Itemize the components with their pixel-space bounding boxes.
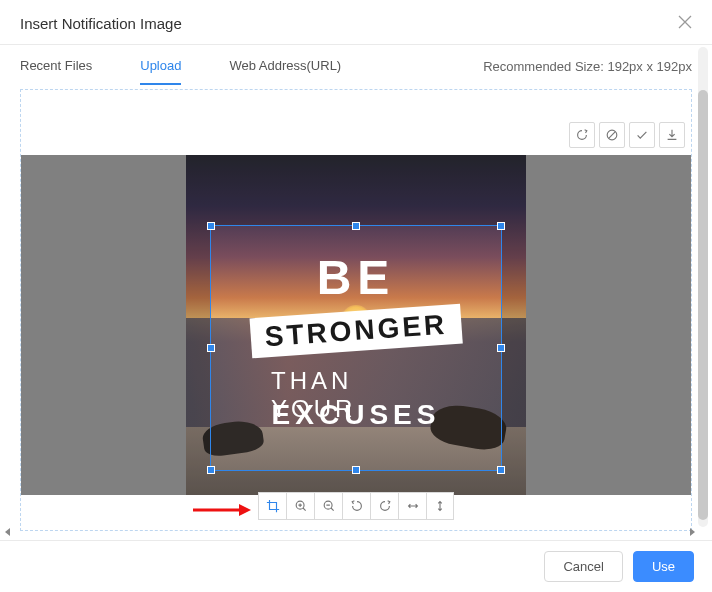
download-icon[interactable] (659, 122, 685, 148)
svg-marker-6 (5, 528, 10, 536)
crop-handle-l[interactable] (207, 344, 215, 352)
dialog-title: Insert Notification Image (20, 15, 182, 32)
crop-handle-t[interactable] (352, 222, 360, 230)
content-area: BE STRONGER THAN YOUR EXCUSES (0, 87, 712, 592)
crop-icon[interactable] (258, 492, 286, 520)
crop-handle-b[interactable] (352, 466, 360, 474)
crop-handle-tl[interactable] (207, 222, 215, 230)
scroll-right-icon[interactable] (686, 526, 698, 538)
use-button[interactable]: Use (633, 551, 694, 582)
dialog-footer: Cancel Use (0, 540, 712, 592)
crop-selection[interactable] (210, 225, 502, 471)
image-stage: BE STRONGER THAN YOUR EXCUSES (21, 155, 691, 495)
rotate-right-icon[interactable] (370, 492, 398, 520)
svg-marker-5 (239, 504, 251, 516)
tab-web-address[interactable]: Web Address(URL) (229, 48, 341, 85)
crop-handle-r[interactable] (497, 344, 505, 352)
action-toolbar (569, 122, 685, 148)
zoom-in-icon[interactable] (286, 492, 314, 520)
crop-handle-tr[interactable] (497, 222, 505, 230)
tabs-row: Recent Files Upload Web Address(URL) Rec… (0, 45, 712, 87)
scrollbar-vertical-thumb[interactable] (698, 90, 708, 520)
recommended-size-label: Recommended Size: 192px x 192px (483, 59, 692, 74)
crop-handle-bl[interactable] (207, 466, 215, 474)
tab-upload[interactable]: Upload (140, 48, 181, 85)
dialog-header: Insert Notification Image (0, 0, 712, 44)
svg-marker-7 (690, 528, 695, 536)
flip-horizontal-icon[interactable] (398, 492, 426, 520)
scroll-left-icon[interactable] (2, 526, 14, 538)
crop-handle-br[interactable] (497, 466, 505, 474)
confirm-icon[interactable] (629, 122, 655, 148)
upload-panel: BE STRONGER THAN YOUR EXCUSES (20, 89, 692, 531)
reset-icon[interactable] (599, 122, 625, 148)
cancel-button[interactable]: Cancel (544, 551, 622, 582)
rotate-icon[interactable] (569, 122, 595, 148)
insert-image-dialog: Insert Notification Image Recent Files U… (0, 0, 712, 592)
zoom-out-icon[interactable] (314, 492, 342, 520)
svg-line-1 (609, 132, 615, 138)
scrollbar-horizontal (0, 524, 700, 540)
rotate-left-icon[interactable] (342, 492, 370, 520)
tab-recent-files[interactable]: Recent Files (20, 48, 92, 85)
annotation-arrow (191, 500, 251, 520)
flip-vertical-icon[interactable] (426, 492, 454, 520)
close-icon[interactable] (678, 14, 692, 32)
preview-image[interactable]: BE STRONGER THAN YOUR EXCUSES (186, 155, 526, 495)
edit-toolbar (258, 492, 454, 520)
